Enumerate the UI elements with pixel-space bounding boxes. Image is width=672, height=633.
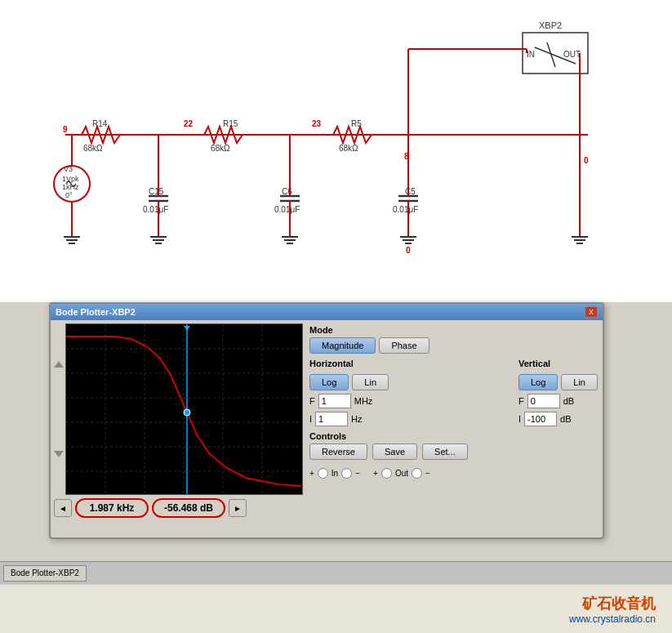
svg-text:22: 22 <box>184 119 194 128</box>
svg-text:0°: 0° <box>65 191 73 199</box>
h-f-row: F MHz <box>309 394 389 408</box>
out-radio-plus[interactable] <box>381 468 392 479</box>
footer-url: www.crystalradio.cn <box>569 613 656 625</box>
plus-label-1: + <box>309 469 314 478</box>
h-log-button[interactable]: Log <box>309 374 349 390</box>
phase-button[interactable]: Phase <box>379 337 429 354</box>
v-i-label: I <box>518 414 521 424</box>
v-i-unit: dB <box>560 414 571 424</box>
svg-text:IN: IN <box>527 50 535 59</box>
svg-marker-79 <box>184 326 190 331</box>
footer-logo: 矿石收音机 <box>569 594 656 613</box>
minus-label-1: − <box>355 469 360 478</box>
mode-row: Magnitude Phase <box>309 337 598 354</box>
minus-label-2: − <box>425 469 430 478</box>
svg-text:68kΩ: 68kΩ <box>211 144 230 153</box>
hv-section: Horizontal Log Lin F MHz I Hz <box>309 359 598 426</box>
footer: 矿石收音机 www.crystalradio.cn <box>0 584 672 633</box>
v-i-input[interactable] <box>524 412 557 426</box>
mode-label: Mode <box>309 325 598 335</box>
v-lin-button[interactable]: Lin <box>561 374 598 390</box>
in-radio-minus[interactable] <box>341 468 352 479</box>
v-log-lin-row: Log Lin <box>518 374 598 390</box>
controls-label: Controls <box>309 431 598 441</box>
h-log-lin-row: Log Lin <box>309 374 389 390</box>
h-i-unit: Hz <box>351 414 362 424</box>
out-label: Out <box>395 469 408 478</box>
out-radio-minus[interactable] <box>412 468 422 479</box>
svg-text:V3: V3 <box>64 165 73 173</box>
bode-left-panel: ◄ 1.987 kHz -56.468 dB ► <box>54 323 303 533</box>
v-i-row: I dB <box>518 412 598 426</box>
bode-title: Bode Plotter-XBP2 <box>56 307 136 317</box>
svg-text:XBP2: XBP2 <box>539 20 562 30</box>
circuit-area: XBP2 IN OUT R14 68kΩ 9 22 R15 68kΩ 23 R5… <box>0 0 672 302</box>
svg-text:9: 9 <box>63 125 68 134</box>
svg-text:0.01μF: 0.01μF <box>393 205 418 214</box>
vertical-label: Vertical <box>518 359 598 368</box>
v-log-button[interactable]: Log <box>518 374 558 390</box>
taskbar: Bode Plotter-XBP2 <box>0 561 672 584</box>
h-i-row: I Hz <box>309 412 389 426</box>
plot-up-arrow[interactable] <box>54 361 64 368</box>
plot-down-arrow[interactable] <box>54 451 64 457</box>
v-f-label: F <box>518 396 524 406</box>
h-f-label: F <box>309 396 315 406</box>
svg-text:C15: C15 <box>149 187 164 196</box>
v-f-input[interactable] <box>527 394 560 408</box>
db-display: -56.468 dB <box>152 498 225 518</box>
bode-right-panel: Mode Magnitude Phase Horizontal Log Lin … <box>308 323 599 533</box>
controls-row: Reverse Save Set... <box>309 444 598 460</box>
svg-text:68kΩ: 68kΩ <box>339 144 358 153</box>
bode-title-bar: Bode Plotter-XBP2 X <box>51 304 603 320</box>
v-f-row: F dB <box>518 394 598 408</box>
mode-section: Mode Magnitude Phase <box>309 325 598 354</box>
horizontal-subsection: Horizontal Log Lin F MHz I Hz <box>309 359 389 426</box>
in-label: In <box>332 469 338 478</box>
svg-text:23: 23 <box>312 119 322 128</box>
h-i-input[interactable] <box>315 412 348 426</box>
bode-plotter-window: Bode Plotter-XBP2 X <box>49 302 604 539</box>
svg-point-78 <box>184 409 190 416</box>
io-row: + In − + Out − <box>309 468 598 479</box>
magnitude-button[interactable]: Magnitude <box>309 337 376 354</box>
svg-text:C6: C6 <box>282 187 292 196</box>
svg-text:C5: C5 <box>405 187 416 196</box>
h-i-label: I <box>309 414 312 424</box>
controls-section: Controls Reverse Save Set... <box>309 431 598 460</box>
bode-bottom-bar: ◄ 1.987 kHz -56.468 dB ► <box>54 498 303 518</box>
svg-text:1Vpk: 1Vpk <box>62 175 79 183</box>
circuit-svg: XBP2 IN OUT R14 68kΩ 9 22 R15 68kΩ 23 R5… <box>0 0 672 302</box>
svg-text:0.01μF: 0.01μF <box>274 205 300 214</box>
svg-text:68kΩ: 68kΩ <box>83 144 103 153</box>
h-lin-button[interactable]: Lin <box>352 374 389 390</box>
set-button[interactable]: Set... <box>422 444 468 460</box>
bode-close-button[interactable]: X <box>585 306 598 318</box>
bode-plot <box>65 323 303 495</box>
reverse-button[interactable]: Reverse <box>309 444 367 460</box>
svg-text:OUT: OUT <box>563 50 581 59</box>
horizontal-label: Horizontal <box>309 359 389 368</box>
h-f-unit: MHz <box>354 396 373 406</box>
plus-label-2: + <box>373 469 378 478</box>
svg-text:0.01μF: 0.01μF <box>143 205 168 214</box>
v-f-unit: dB <box>563 396 574 406</box>
h-f-input[interactable] <box>318 394 351 408</box>
nav-right-button[interactable]: ► <box>229 499 247 517</box>
save-button[interactable]: Save <box>372 444 417 460</box>
taskbar-button[interactable]: Bode Plotter-XBP2 <box>3 565 87 582</box>
freq-display: 1.987 kHz <box>75 498 149 518</box>
svg-text:0: 0 <box>406 246 411 255</box>
in-radio-plus[interactable] <box>318 468 328 479</box>
svg-text:R14: R14 <box>92 119 108 128</box>
vertical-subsection: Vertical Log Lin F dB I dB <box>518 359 598 426</box>
nav-left-button[interactable]: ◄ <box>54 499 72 517</box>
svg-text:0: 0 <box>584 156 589 165</box>
